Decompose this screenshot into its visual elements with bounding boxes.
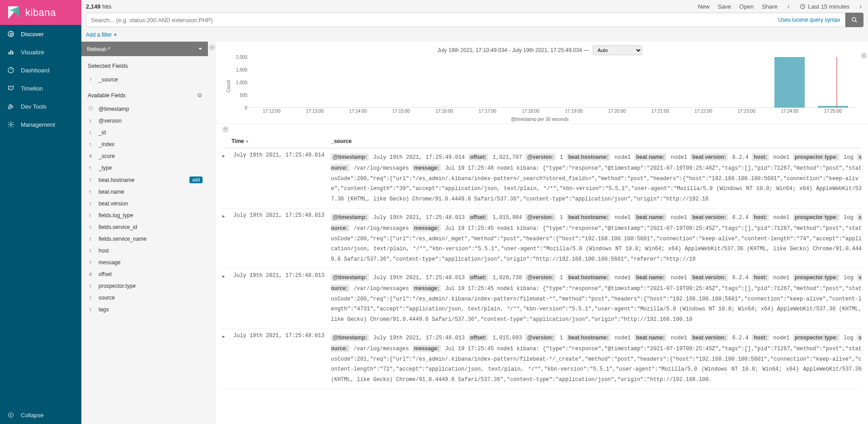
add-filter-link[interactable]: Add a filter +	[86, 32, 117, 38]
field-type-icon	[88, 106, 93, 112]
field-beat-hostname[interactable]: tbeat.hostnameadd	[81, 174, 208, 186]
svg-point-0	[8, 31, 14, 37]
top-save[interactable]: Save	[718, 3, 731, 10]
index-pattern-select[interactable]: filebeat-*	[81, 42, 208, 56]
field-_score[interactable]: #_score	[81, 150, 208, 162]
topbar: 2,149 hits NewSaveOpenShare‹Last 15 minu…	[81, 0, 868, 10]
field-fields-service_name[interactable]: tfields.service_name	[81, 233, 208, 245]
column-time: Time ▾	[231, 138, 331, 144]
nav-visualize[interactable]: Visualize	[0, 43, 81, 61]
nav-management[interactable]: Management	[0, 115, 81, 133]
chart-bar[interactable]	[818, 106, 848, 108]
nav-timelion[interactable]: Timelion	[0, 79, 81, 97]
brand-name: kibana	[25, 7, 56, 19]
now-marker	[836, 57, 837, 108]
expand-row[interactable]: ▸	[222, 272, 231, 279]
expand-row[interactable]: ▸	[222, 333, 231, 339]
field-message[interactable]: tmessage	[81, 257, 208, 268]
nav: DiscoverVisualizeDashboardTimelionDev To…	[0, 25, 81, 424]
brand-logo[interactable]: kibana	[0, 0, 81, 25]
field-_id[interactable]: t_id	[81, 127, 208, 138]
field-fields-service_id[interactable]: tfields.service_id	[81, 221, 208, 233]
panel-collapse-right[interactable]: ‹	[861, 52, 867, 59]
field-type-icon: t	[88, 118, 93, 124]
chart-bar[interactable]	[774, 57, 805, 108]
field-type-icon: t	[88, 165, 93, 171]
field-source[interactable]: tsource	[81, 292, 208, 304]
chevron-left-icon: ‹	[209, 44, 215, 51]
field-type-icon: t	[88, 130, 93, 136]
lucene-syntax-link[interactable]: Uses lucene query syntax	[774, 17, 845, 23]
field-type-icon: t	[88, 142, 93, 148]
row-source: @timestamp: July 19th 2021, 17:25:49.014…	[331, 152, 862, 205]
management-icon	[7, 121, 14, 128]
field-beat-version[interactable]: tbeat.version	[81, 198, 208, 210]
search-button[interactable]	[845, 13, 863, 27]
nav-collapse-label: Collapse	[21, 412, 44, 419]
field-type-icon: t	[88, 260, 93, 266]
field--version[interactable]: t@version	[81, 115, 208, 127]
time-prev[interactable]: ‹	[786, 3, 792, 10]
kibana-icon	[6, 5, 21, 20]
field--timestamp[interactable]: @timestamp	[81, 103, 208, 115]
panel-collapse-left[interactable]: ‹	[208, 42, 216, 424]
field-type-icon: #	[88, 153, 93, 159]
nav-devtools[interactable]: Dev Tools	[0, 97, 81, 115]
top-new[interactable]: New	[698, 3, 710, 10]
filter-row: Add a filter +	[81, 30, 868, 42]
field-beat-name[interactable]: tbeat.name	[81, 186, 208, 198]
chevron-up-icon: ⌃	[222, 126, 229, 133]
search-icon	[851, 17, 858, 23]
field-tags[interactable]: ttags	[81, 304, 208, 315]
field-_index[interactable]: t_index	[81, 138, 208, 150]
field-fields-log_type[interactable]: tfields.log_type	[81, 210, 208, 221]
nav-dashboard[interactable]: Dashboard	[0, 61, 81, 79]
field-type-icon: t	[88, 248, 93, 254]
sort-icon[interactable]: ▾	[246, 139, 248, 144]
timelion-icon	[7, 85, 14, 92]
fields-panel: filebeat-* Selected Fields ?_source Avai…	[81, 42, 208, 424]
dashboard-icon	[7, 67, 14, 74]
chart-collapse[interactable]: ⌃	[216, 124, 868, 134]
chart-time-range: July 19th 2021, 17:10:49.034 - July 19th…	[437, 47, 589, 53]
top-open[interactable]: Open	[739, 3, 754, 10]
table-row: ▸July 19th 2021, 17:25:48.013@timestamp:…	[222, 329, 862, 389]
svg-point-8	[852, 18, 856, 21]
table-row: ▸July 19th 2021, 17:25:48.013@timestamp:…	[222, 269, 862, 329]
column-source[interactable]: _source	[331, 138, 862, 144]
gear-icon[interactable]: ⚙	[197, 92, 203, 99]
svg-rect-2	[10, 50, 12, 54]
field-_type[interactable]: t_type	[81, 162, 208, 174]
nav-discover[interactable]: Discover	[0, 25, 81, 43]
nav-collapse[interactable]: Collapse	[0, 406, 81, 424]
field-type-icon: t	[88, 177, 93, 183]
interval-select[interactable]: Auto	[593, 45, 642, 55]
chart-xlabel: @timestamp per 30 seconds	[225, 117, 854, 122]
field-offset[interactable]: #offset	[81, 268, 208, 280]
expand-row[interactable]: ▸	[222, 212, 231, 219]
top-actions: NewSaveOpenShare‹Last 15 minutes›	[698, 3, 863, 10]
search-input[interactable]	[86, 17, 774, 24]
visualize-icon	[7, 48, 14, 56]
clock-icon	[800, 4, 806, 10]
chart-ylabel: Count	[225, 57, 232, 116]
field-type-icon: t	[88, 189, 93, 195]
field-type-icon: t	[88, 213, 93, 219]
top-share[interactable]: Share	[762, 3, 778, 10]
caret-down-icon	[198, 47, 203, 51]
field-add-button[interactable]: add	[189, 176, 203, 183]
search-row: Uses lucene query syntax	[81, 10, 868, 30]
row-time: July 19th 2021, 17:25:48.013	[231, 272, 331, 279]
time-range[interactable]: Last 15 minutes	[800, 3, 850, 10]
time-next[interactable]: ›	[858, 3, 863, 10]
svg-point-5	[10, 124, 12, 125]
field-type-icon: t	[88, 283, 93, 289]
svg-rect-3	[12, 51, 14, 54]
chevron-left-icon: ‹	[861, 52, 867, 59]
svg-point-6	[9, 413, 14, 418]
field-prospector-type[interactable]: tprospector.type	[81, 280, 208, 292]
hits-count: 2,149 hits	[86, 3, 111, 10]
field-_source[interactable]: ?_source	[81, 74, 208, 86]
field-host[interactable]: thost	[81, 245, 208, 257]
expand-row[interactable]: ▸	[222, 152, 231, 159]
